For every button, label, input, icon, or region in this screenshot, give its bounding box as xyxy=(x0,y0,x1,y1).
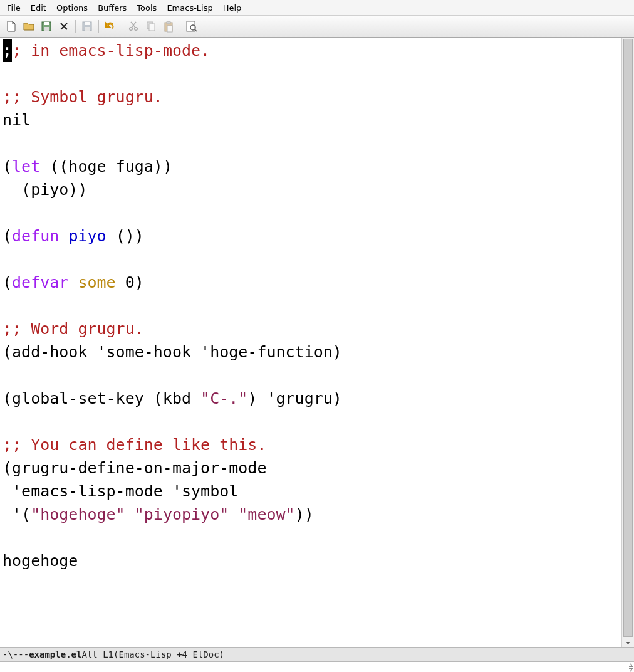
menu-file[interactable]: File xyxy=(3,1,25,14)
svg-rect-1 xyxy=(44,22,49,25)
toolbar-separator xyxy=(180,20,180,33)
space xyxy=(125,505,135,523)
close-x-icon[interactable] xyxy=(56,19,71,34)
svg-rect-9 xyxy=(149,24,155,31)
save-icon[interactable] xyxy=(80,19,95,34)
code-text: ) 'grugru) xyxy=(247,389,342,407)
code-text: (piyo)) xyxy=(3,181,87,199)
svg-rect-4 xyxy=(85,22,90,25)
string-literal: "meow" xyxy=(238,505,294,523)
menu-help[interactable]: Help xyxy=(219,1,246,14)
open-folder-icon[interactable] xyxy=(21,19,36,34)
code-text: (grugru-define-on-major-mode xyxy=(3,459,266,477)
svg-rect-11 xyxy=(167,21,170,24)
modeline-modes: (Emacs-Lisp +4 ElDoc) xyxy=(113,649,224,659)
modeline: -\--- example.el All L1 (Emacs-Lisp +4 E… xyxy=(0,647,634,662)
code-text: hogehoge xyxy=(3,552,78,570)
search-icon[interactable] xyxy=(184,19,199,34)
svg-rect-12 xyxy=(167,26,172,32)
code-text: (global-set-key (kbd xyxy=(3,389,200,407)
cut-icon[interactable] xyxy=(126,19,141,34)
keyword-defun: defun xyxy=(12,227,59,245)
toolbar xyxy=(0,15,634,38)
string-literal: "hogehoge" xyxy=(31,505,125,523)
modeline-position: All L1 xyxy=(81,649,113,659)
toolbar-separator xyxy=(122,20,122,33)
vertical-scrollbar[interactable]: ▾ xyxy=(621,38,634,647)
string-literal: "piyopiyo" xyxy=(135,505,229,523)
code-text: ((hoge fuga)) xyxy=(40,157,172,176)
resize-handle-icon[interactable]: ▵▿ xyxy=(629,662,633,672)
code-text: '( xyxy=(3,505,31,523)
text-cursor: ; xyxy=(3,39,12,62)
diskette-icon[interactable] xyxy=(39,19,54,34)
code-text: (add-hook 'some-hook 'hoge-function) xyxy=(3,343,342,361)
comment: ;; Symbol grugru. xyxy=(3,88,163,106)
paren: ( xyxy=(3,157,12,176)
keyword-defvar: defvar xyxy=(12,273,68,291)
toolbar-separator xyxy=(75,20,76,33)
menu-edit[interactable]: Edit xyxy=(26,1,51,14)
copy-icon[interactable] xyxy=(143,19,158,34)
modeline-flags: -\--- xyxy=(3,649,29,659)
menu-emacs-lisp[interactable]: Emacs-Lisp xyxy=(162,1,217,14)
editor-area: ;; in emacs-lisp-mode. ;; Symbol grugru.… xyxy=(0,38,634,647)
code-text: ()) xyxy=(107,227,144,245)
comment: ; in emacs-lisp-mode. xyxy=(12,41,210,60)
menu-tools[interactable]: Tools xyxy=(132,1,161,14)
code-text: nil xyxy=(3,111,31,129)
comment: ;; You can define like this. xyxy=(3,436,266,454)
svg-rect-2 xyxy=(44,27,49,31)
menubar: File Edit Options Buffers Tools Emacs-Li… xyxy=(0,0,634,15)
buffer-name: example.el xyxy=(29,649,81,659)
variable-name: some xyxy=(78,273,115,291)
comment: ;; Word grugru. xyxy=(3,320,144,338)
undo-icon[interactable] xyxy=(103,19,118,34)
code-text: 'emacs-lisp-mode 'symbol xyxy=(3,482,238,500)
paren: ( xyxy=(3,273,12,291)
string-literal: "C-." xyxy=(200,389,247,407)
paren: ( xyxy=(3,227,12,245)
keyword-let: let xyxy=(12,157,40,176)
scrollbar-thumb[interactable] xyxy=(623,39,633,637)
scroll-down-icon[interactable]: ▾ xyxy=(622,638,634,647)
menu-options[interactable]: Options xyxy=(52,1,92,14)
paste-icon[interactable] xyxy=(161,19,176,34)
code-text: )) xyxy=(295,505,314,523)
function-name: piyo xyxy=(68,227,106,245)
space xyxy=(59,227,68,245)
new-file-icon[interactable] xyxy=(4,19,19,34)
code-editor[interactable]: ;; in emacs-lisp-mode. ;; Symbol grugru.… xyxy=(0,38,621,647)
svg-rect-5 xyxy=(85,27,90,31)
minibuffer[interactable]: ▵▿ xyxy=(0,662,634,672)
menu-buffers[interactable]: Buffers xyxy=(93,1,131,14)
code-text: 0) xyxy=(116,273,144,291)
space xyxy=(229,505,238,523)
space xyxy=(68,273,78,291)
toolbar-separator xyxy=(98,20,99,33)
